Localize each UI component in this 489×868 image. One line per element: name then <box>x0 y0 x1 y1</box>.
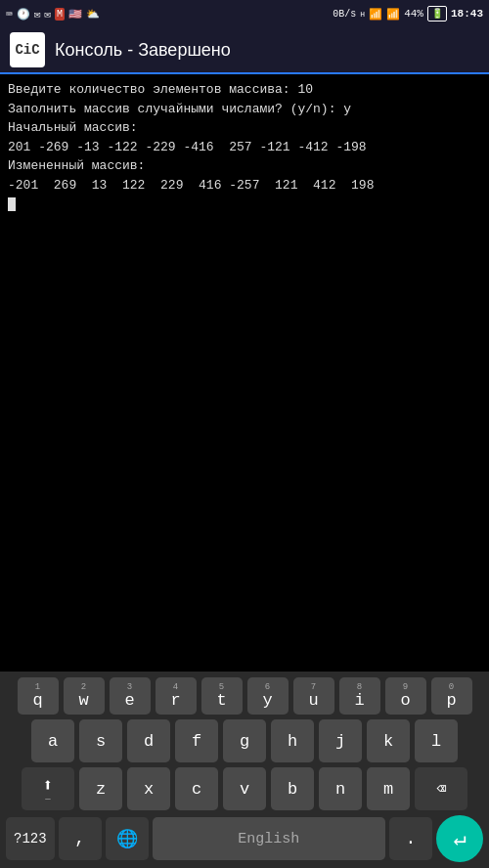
sym-label: ?123 <box>14 831 47 846</box>
key-z[interactable]: z <box>79 767 122 810</box>
shift-button[interactable]: ⬆ — <box>22 767 74 810</box>
app-icon: CiC <box>10 32 45 67</box>
key-u[interactable]: 7u <box>293 677 334 715</box>
status-bar: ⌨ 🕐 ✉ ✉ M 🇺🇸 ⛅ 0B/sH 📶 📶 44% 🔋 18:43 <box>0 0 489 27</box>
enter-icon: ↵ <box>453 826 466 852</box>
clock-status-icon: 🕐 <box>17 8 30 21</box>
key-n[interactable]: n <box>319 767 362 810</box>
space-button[interactable]: English <box>153 817 385 860</box>
key-t[interactable]: 5t <box>201 677 243 715</box>
key-r[interactable]: 4r <box>156 677 197 715</box>
period-label: . <box>406 829 417 848</box>
title-bar: CiC Консоль - Завершено <box>0 27 489 74</box>
key-a[interactable]: a <box>31 719 74 762</box>
network-sup: H <box>360 10 365 19</box>
delete-icon: ⌫ <box>436 779 446 799</box>
keyboard: 1q 2w 3e 4r 5t 6y 7u 8i 9o 0p a s d f g … <box>0 672 489 868</box>
battery-percent: 44% <box>404 8 423 20</box>
title-text: Консоль - Завершено <box>55 40 231 61</box>
comma-label: , <box>74 829 85 848</box>
key-s[interactable]: s <box>79 719 122 762</box>
period-button[interactable]: . <box>389 817 432 860</box>
console-line-3: Начальный массив: <box>8 118 481 138</box>
key-j[interactable]: j <box>319 719 362 762</box>
key-p[interactable]: 0p <box>431 677 472 715</box>
signal-icon2: 📶 <box>386 8 400 21</box>
globe-button[interactable]: 🌐 <box>106 817 149 860</box>
console-line-2: Заполнить массив случайными числами? (y/… <box>8 100 481 119</box>
network-speed: 0B/s <box>333 9 356 20</box>
key-o[interactable]: 9o <box>385 677 426 715</box>
key-i[interactable]: 8i <box>339 677 380 715</box>
console-line-5: Измененный массив: <box>8 156 481 176</box>
bottom-row: ?123 , 🌐 English . ↵ <box>2 815 487 862</box>
status-right-icons: 0B/sH 📶 📶 44% 🔋 18:43 <box>333 6 483 22</box>
key-q[interactable]: 1q <box>18 677 59 715</box>
delete-button[interactable]: ⌫ <box>415 767 467 810</box>
console-cursor-line <box>8 195 481 214</box>
cursor-block <box>8 197 16 211</box>
key-d[interactable]: d <box>127 719 170 762</box>
key-g[interactable]: g <box>223 719 266 762</box>
key-b[interactable]: b <box>271 767 314 810</box>
key-w[interactable]: 2w <box>64 677 105 715</box>
key-v[interactable]: v <box>223 767 266 810</box>
space-label: English <box>238 831 299 847</box>
key-h[interactable]: h <box>271 719 314 762</box>
keyboard-status-icon: ⌨ <box>6 8 13 21</box>
globe-icon: 🌐 <box>116 828 138 849</box>
key-c[interactable]: c <box>175 767 218 810</box>
console-area: Введите количество элементов массива: 10… <box>0 74 489 672</box>
key-k[interactable]: k <box>367 719 410 762</box>
time-display: 18:43 <box>451 8 483 20</box>
email2-status-icon: ✉ <box>44 8 51 21</box>
console-line-1: Введите количество элементов массива: 10 <box>8 80 481 100</box>
battery-icon: 🔋 <box>427 6 447 22</box>
key-e[interactable]: 3e <box>110 677 151 715</box>
weather-status-icon: ⛅ <box>86 8 100 21</box>
shift-label: — <box>45 796 50 804</box>
key-l[interactable]: l <box>415 719 458 762</box>
zxcv-row: ⬆ — z x c v b n m ⌫ <box>2 767 487 810</box>
key-f[interactable]: f <box>175 719 218 762</box>
signal-icon1: 📶 <box>369 8 382 21</box>
console-line-6: -201 269 13 122 229 416 -257 121 412 198 <box>8 176 481 195</box>
email-status-icon: ✉ <box>34 8 41 21</box>
comma-button[interactable]: , <box>59 817 102 860</box>
console-line-4: 201 -269 -13 -122 -229 -416 257 -121 -41… <box>8 138 481 157</box>
enter-button[interactable]: ↵ <box>436 815 483 862</box>
sym-button[interactable]: ?123 <box>6 817 55 860</box>
flag-status-icon: 🇺🇸 <box>68 8 82 21</box>
gmail-status-icon: M <box>55 8 65 21</box>
shift-icon: ⬆ <box>43 774 54 796</box>
asdf-row: a s d f g h j k l <box>2 719 487 762</box>
qwerty-row: 1q 2w 3e 4r 5t 6y 7u 8i 9o 0p <box>2 677 487 715</box>
status-left-icons: ⌨ 🕐 ✉ ✉ M 🇺🇸 ⛅ <box>6 8 100 21</box>
key-y[interactable]: 6y <box>247 677 289 715</box>
key-m[interactable]: m <box>367 767 410 810</box>
key-x[interactable]: x <box>127 767 170 810</box>
